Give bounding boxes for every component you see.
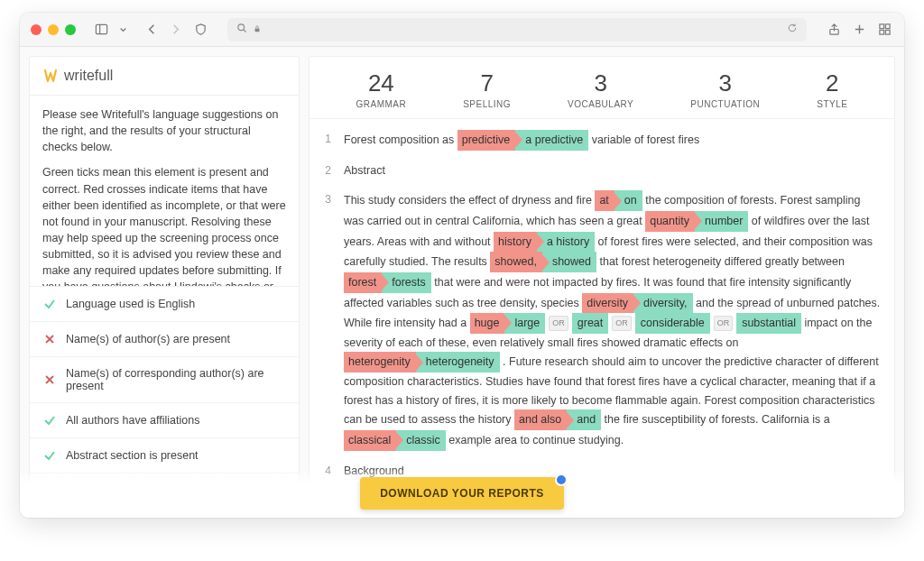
svg-rect-8 (879, 24, 883, 29)
check-label: Language used is English (66, 298, 195, 310)
suggestion[interactable]: classicalclassic (344, 430, 446, 451)
stat-count: 3 (690, 69, 760, 97)
document-body: 1 Forest composition as predictivea pred… (310, 119, 894, 508)
minimize-window-icon[interactable] (48, 24, 59, 35)
writefull-logo-icon (42, 68, 59, 84)
search-icon (236, 23, 247, 36)
reload-icon[interactable] (787, 23, 798, 36)
stat-label: STYLE (817, 99, 847, 109)
stat-count: 2 (817, 69, 847, 97)
stat-count: 7 (463, 69, 511, 97)
stat-label: SPELLING (463, 99, 511, 109)
suggestion[interactable]: aton (595, 190, 642, 211)
line-number: 2 (310, 161, 331, 180)
suggestion[interactable]: and alsoand (514, 409, 601, 430)
svg-rect-10 (879, 30, 883, 34)
nav-forward-icon[interactable] (166, 21, 184, 39)
suggestion[interactable]: heterogenityheterogeneity (344, 352, 500, 372)
maximize-window-icon[interactable] (65, 24, 76, 35)
lock-icon (253, 24, 262, 35)
tabs-overview-icon[interactable] (875, 21, 893, 39)
sidebar: writefull Please see Writefull's languag… (29, 56, 300, 509)
svg-rect-9 (885, 24, 890, 29)
stat-count: 24 (356, 69, 406, 97)
share-icon[interactable] (825, 21, 843, 39)
suggestion[interactable]: quantitynumber (645, 211, 748, 232)
suggestion[interactable]: showed,showed (490, 252, 596, 272)
stat-label: VOCABULARY (568, 99, 633, 109)
shield-icon[interactable] (191, 21, 209, 39)
suggestion-alt[interactable]: considerable (635, 313, 710, 334)
logo: writefull (30, 57, 299, 96)
check-label: Name(s) of author(s) are present (66, 333, 230, 345)
line-number: 3 (310, 190, 331, 450)
suggestion[interactable]: historya history (494, 232, 595, 253)
stat-punctuation[interactable]: 3 PUNCTUATION (690, 69, 760, 109)
check-row: Name(s) of author(s) are present (30, 322, 299, 357)
suggestion-alt[interactable]: great (572, 313, 609, 334)
check-icon (42, 413, 57, 428)
stat-spelling[interactable]: 7 SPELLING (463, 69, 511, 109)
sidebar-toggle-icon[interactable] (92, 21, 110, 39)
browser-window: writefull Please see Writefull's languag… (20, 13, 904, 518)
cross-icon (42, 332, 57, 346)
traffic-lights (31, 24, 76, 35)
stat-vocabulary[interactable]: 3 VOCABULARY (568, 69, 633, 109)
address-bar[interactable] (227, 18, 807, 41)
svg-point-2 (238, 24, 245, 31)
check-label: Name(s) of corresponding author(s) are p… (66, 367, 286, 392)
nav-back-icon[interactable] (143, 21, 161, 39)
stat-label: PUNCTUATION (690, 99, 760, 109)
doc-line: 2 Abstract (310, 156, 882, 186)
doc-line: 3 This study considers the effect of dry… (310, 185, 882, 455)
main-panel: 24 GRAMMAR 7 SPELLING 3 VOCABULARY 3 PUN… (309, 56, 895, 509)
suggestion[interactable]: forestforests (344, 272, 431, 293)
download-reports-button[interactable]: DOWNLOAD YOUR REPORTS (360, 477, 564, 510)
stat-style[interactable]: 2 STYLE (817, 69, 847, 109)
or-separator: OR (612, 316, 632, 331)
stat-label: GRAMMAR (356, 99, 406, 109)
suggestion[interactable]: hugelarge (470, 313, 546, 334)
cross-icon (42, 372, 57, 387)
svg-rect-11 (885, 30, 890, 34)
check-row: All authors have affiliations (30, 403, 299, 438)
stats-bar: 24 GRAMMAR 7 SPELLING 3 VOCABULARY 3 PUN… (310, 57, 894, 119)
stat-count: 3 (568, 69, 633, 97)
check-label: All authors have affiliations (66, 414, 199, 427)
check-row: Language used is English (30, 287, 299, 322)
svg-rect-4 (255, 28, 260, 32)
check-label: Abstract section is present (66, 449, 199, 462)
download-bar: DOWNLOAD YOUR REPORTS (20, 469, 904, 518)
close-window-icon[interactable] (31, 24, 42, 35)
line-number: 1 (310, 130, 331, 151)
titlebar (20, 13, 904, 47)
suggestion[interactable]: predictivea predictive (457, 130, 588, 151)
sidebar-intro: Please see Writefull's language suggesti… (42, 106, 286, 155)
doc-line: 1 Forest composition as predictivea pred… (310, 124, 882, 156)
or-separator: OR (549, 316, 568, 331)
logo-text: writefull (64, 68, 113, 84)
new-tab-icon[interactable] (850, 21, 868, 39)
sidebar-explain: Green ticks mean this element is present… (42, 164, 286, 286)
line-text: This study considers the effect of dryne… (344, 190, 882, 450)
suggestion-alt[interactable]: substantial (736, 313, 801, 334)
stat-grammar[interactable]: 24 GRAMMAR (356, 69, 406, 109)
chevron-down-icon[interactable] (114, 21, 132, 39)
check-icon (42, 448, 57, 463)
line-text: Abstract (344, 161, 882, 180)
or-separator: OR (714, 316, 734, 331)
check-row: Name(s) of corresponding author(s) are p… (30, 357, 299, 403)
sidebar-body: Please see Writefull's language suggesti… (30, 96, 299, 286)
app-content: writefull Please see Writefull's languag… (20, 47, 904, 518)
line-text: Forest composition as predictivea predic… (344, 130, 882, 151)
check-icon (42, 297, 57, 311)
suggestion[interactable]: diversitydiversity, (582, 293, 692, 314)
svg-line-3 (244, 30, 245, 32)
svg-rect-0 (96, 24, 106, 33)
